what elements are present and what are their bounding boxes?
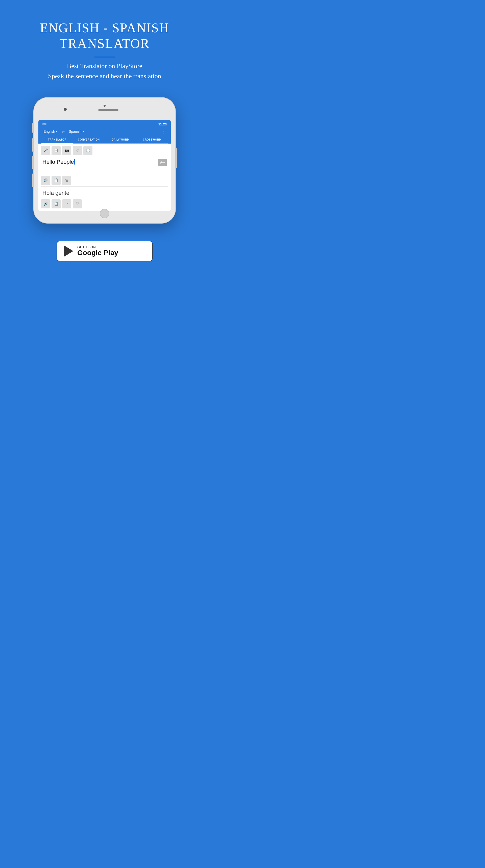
tagline: Speak the sentence and hear the translat…	[40, 72, 169, 80]
copy-input-button[interactable]: 📋	[52, 176, 61, 185]
lang-from-label: English	[44, 129, 55, 133]
share-button[interactable]: ↗	[62, 199, 71, 209]
input-action-row: 🔊 📋 🗑	[41, 176, 168, 185]
camera-button[interactable]: 📷	[62, 146, 71, 155]
play-store-section: GET IT ON Google Play	[52, 230, 158, 277]
tab-translator[interactable]: TRANSLATOR	[41, 136, 73, 144]
microphone-button[interactable]: 🎤	[41, 146, 50, 155]
app-header: ⌨ 11:23 English ▾ ⇌ Spanish ▾ ⋮	[38, 120, 171, 144]
subtitle: Best Translator on PlayStore	[40, 62, 169, 70]
camera-dot	[64, 108, 67, 111]
delete-button[interactable]: 🗑	[62, 176, 71, 185]
volume-button-mid	[32, 156, 34, 169]
toolbar-row: 🎤 📋 📷 ♡ 🕐	[41, 146, 168, 155]
phone-bottom-bar	[38, 211, 171, 218]
title-divider	[94, 57, 115, 57]
tab-conversation[interactable]: CONVERSATION	[73, 136, 105, 143]
cursor	[74, 159, 75, 164]
translate-button[interactable]: A⇌	[158, 159, 167, 166]
lang-from-selector[interactable]: English ▾	[44, 129, 57, 133]
clipboard-button[interactable]: 📋	[52, 146, 61, 155]
front-camera	[104, 105, 106, 107]
lang-from-arrow: ▾	[56, 130, 57, 133]
get-it-on-label: GET IT ON	[77, 245, 118, 249]
play-text-block: GET IT ON Google Play	[77, 245, 118, 257]
play-store-badge[interactable]: GET IT ON Google Play	[57, 241, 152, 261]
lang-to-arrow: ▾	[83, 130, 84, 133]
status-bar: ⌨ 11:23	[41, 122, 168, 127]
app-time: 11:23	[159, 122, 167, 126]
play-icon	[64, 246, 73, 257]
divider	[41, 186, 168, 187]
translated-text: Hola gente	[41, 188, 168, 198]
favorite-translation-button[interactable]: ♡	[73, 199, 82, 209]
phone-mockup: ⌨ 11:23 English ▾ ⇌ Spanish ▾ ⋮	[34, 98, 175, 223]
phone-screen: ⌨ 11:23 English ▾ ⇌ Spanish ▾ ⋮	[38, 120, 171, 211]
translation-action-row: 🔊 📋 ↗ ♡	[41, 199, 168, 209]
phone-top-bar	[38, 102, 171, 120]
translate-icon: A⇌	[160, 161, 165, 164]
tab-daily-word[interactable]: DAILY WORD	[105, 136, 136, 143]
language-bar: English ▾ ⇌ Spanish ▾ ⋮	[41, 127, 168, 136]
google-play-label: Google Play	[77, 249, 118, 257]
home-button[interactable]	[100, 209, 109, 218]
speak-button[interactable]: 🔊	[41, 176, 50, 185]
app-tabs: TRANSLATOR CONVERSATION DAILY WORD CROSS…	[41, 136, 168, 144]
main-title: ENGLISH - SPANISH TRANSLATOR	[40, 20, 169, 52]
copy-translation-button[interactable]: 📋	[52, 199, 61, 209]
app-content: 🎤 📋 📷 ♡ 🕐 Hello People A⇌ 🔊 📋	[38, 144, 171, 211]
input-area[interactable]: Hello People A⇌	[41, 157, 168, 175]
phone-speaker	[98, 109, 118, 111]
history-button[interactable]: 🕐	[83, 146, 92, 155]
input-text: Hello People	[42, 159, 74, 165]
header-section: ENGLISH - SPANISH TRANSLATOR Best Transl…	[25, 0, 184, 90]
favorites-button[interactable]: ♡	[73, 146, 82, 155]
lang-to-selector[interactable]: Spanish ▾	[69, 129, 84, 133]
volume-button-bot	[32, 173, 34, 187]
lang-to-label: Spanish	[69, 129, 82, 133]
more-options-icon[interactable]: ⋮	[161, 129, 166, 134]
keyboard-icon: ⌨	[42, 123, 47, 126]
swap-languages-icon[interactable]: ⇌	[61, 129, 65, 134]
speak-translation-button[interactable]: 🔊	[41, 199, 50, 209]
tab-crossword[interactable]: CROSSWORD	[136, 136, 168, 143]
volume-button-top	[32, 123, 34, 133]
